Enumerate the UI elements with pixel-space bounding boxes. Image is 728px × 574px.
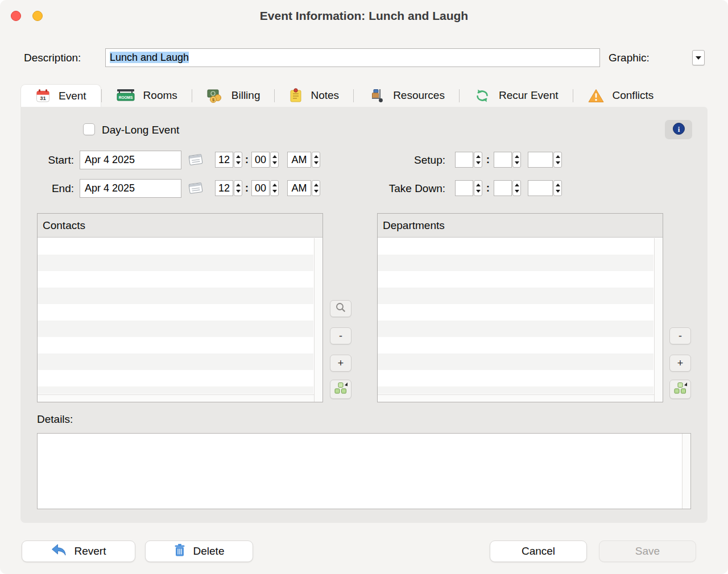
recur-icon (474, 88, 491, 103)
tab-label: Resources (393, 89, 445, 102)
stepper-down-arrow[interactable] (314, 190, 318, 193)
calendar-icon: 31 (35, 88, 51, 103)
take-down-period-stepper[interactable] (553, 180, 562, 196)
take-down-hour-stepper[interactable] (474, 180, 482, 196)
setup-hour-stepper[interactable] (474, 152, 482, 168)
stepper-down-arrow[interactable] (476, 190, 481, 193)
stepper-up-arrow[interactable] (515, 155, 519, 158)
event-information-window: Event Information: Lunch and Laugh Descr… (0, 0, 728, 574)
day-long-event-checkbox[interactable] (83, 123, 95, 135)
info-button[interactable]: i (665, 120, 692, 139)
stepper-up-arrow[interactable] (476, 155, 481, 158)
departments-horizontal-scrollbar[interactable] (378, 394, 654, 402)
contacts-rows[interactable] (38, 238, 313, 394)
departments-vertical-scrollbar[interactable] (654, 238, 663, 402)
contacts-remove-button[interactable]: - (330, 327, 351, 344)
stepper-up-arrow[interactable] (272, 155, 277, 158)
revert-button-label: Revert (75, 545, 106, 558)
contacts-group-button[interactable] (330, 380, 351, 399)
graphic-dropdown[interactable] (692, 50, 705, 65)
start-hour-stepper[interactable] (234, 152, 242, 168)
start-minute-input[interactable]: 00 (251, 152, 270, 168)
tab-bar: 31 Event ROOMS Rooms $ Billing Notes (20, 84, 708, 107)
tab-resources[interactable]: Resources (354, 84, 459, 107)
revert-button[interactable]: Revert (22, 540, 135, 562)
stepper-down-arrow[interactable] (236, 161, 241, 164)
delete-button-label: Delete (193, 545, 225, 558)
stepper-up-arrow[interactable] (476, 184, 481, 186)
end-period-stepper[interactable] (312, 180, 320, 196)
tab-rooms[interactable]: ROOMS Rooms (102, 84, 192, 107)
start-period-input[interactable]: AM (287, 152, 311, 168)
description-selected-text: Lunch and Laugh (110, 52, 189, 63)
end-minute-input[interactable]: 00 (251, 180, 270, 196)
tab-notes[interactable]: Notes (275, 84, 353, 107)
stepper-down-arrow[interactable] (272, 190, 277, 193)
end-minute-stepper[interactable] (270, 180, 279, 196)
stepper-up-arrow[interactable] (556, 184, 560, 186)
setup-minute-input[interactable] (494, 152, 512, 168)
stepper-down-arrow[interactable] (515, 161, 519, 164)
start-hour-input[interactable]: 12 (215, 152, 233, 168)
cancel-button[interactable]: Cancel (490, 540, 587, 562)
start-date-picker-icon[interactable] (187, 152, 205, 167)
tab-event[interactable]: 31 Event (20, 84, 101, 107)
stepper-up-arrow[interactable] (515, 184, 519, 186)
setup-period-input[interactable] (528, 152, 553, 168)
contacts-horizontal-scrollbar[interactable] (38, 394, 314, 402)
end-date-input[interactable]: Apr 4 2025 (80, 179, 181, 198)
tab-billing[interactable]: $ Billing (192, 84, 275, 107)
tab-recur-event[interactable]: Recur Event (460, 84, 573, 107)
save-button[interactable]: Save (599, 540, 696, 562)
stepper-down-arrow[interactable] (556, 161, 560, 164)
stepper-down-arrow[interactable] (236, 190, 241, 193)
take-down-period-input[interactable] (528, 180, 553, 196)
setup-period-stepper[interactable] (553, 152, 562, 168)
contacts-add-button[interactable]: + (330, 355, 351, 372)
tab-label: Conflicts (613, 89, 654, 102)
start-period-stepper[interactable] (312, 152, 320, 168)
info-icon: i (672, 122, 685, 138)
start-minute-stepper[interactable] (270, 152, 279, 168)
departments-rows[interactable] (378, 238, 653, 394)
tab-label: Recur Event (499, 89, 559, 102)
stepper-down-arrow[interactable] (272, 161, 277, 164)
time-separator: : (485, 152, 491, 168)
tab-conflicts[interactable]: Conflicts (573, 84, 668, 107)
departments-list[interactable]: Departments (377, 213, 663, 402)
stepper-up-arrow[interactable] (314, 155, 318, 158)
cart-icon (368, 88, 385, 103)
stepper-up-arrow[interactable] (556, 155, 560, 158)
end-hour-input[interactable]: 12 (215, 180, 233, 196)
delete-button[interactable]: Delete (145, 540, 253, 562)
take-down-hour-input[interactable] (455, 180, 473, 196)
end-hour-stepper[interactable] (234, 180, 242, 196)
stepper-up-arrow[interactable] (272, 184, 277, 186)
contacts-search-button[interactable] (330, 300, 351, 317)
stepper-up-arrow[interactable] (314, 184, 318, 186)
departments-add-button[interactable]: + (669, 355, 691, 372)
departments-group-button[interactable] (669, 380, 691, 399)
contacts-vertical-scrollbar[interactable] (314, 238, 322, 402)
stepper-down-arrow[interactable] (515, 190, 519, 193)
description-input[interactable]: Lunch and Laugh (105, 48, 600, 67)
departments-remove-button[interactable]: - (669, 327, 691, 344)
setup-minute-stepper[interactable] (512, 152, 521, 168)
stepper-up-arrow[interactable] (236, 184, 241, 186)
stepper-down-arrow[interactable] (476, 161, 481, 164)
start-date-input[interactable]: Apr 4 2025 (80, 151, 181, 169)
details-vertical-scrollbar[interactable] (682, 434, 690, 509)
end-period-input[interactable]: AM (287, 180, 311, 196)
note-icon (289, 88, 303, 103)
stepper-up-arrow[interactable] (236, 155, 241, 158)
end-date-picker-icon[interactable] (187, 181, 205, 196)
contacts-list[interactable]: Contacts (37, 213, 323, 402)
stepper-down-arrow[interactable] (556, 190, 560, 193)
svg-text:i: i (677, 124, 680, 133)
money-icon: $ (206, 88, 224, 103)
take-down-minute-input[interactable] (494, 180, 512, 196)
stepper-down-arrow[interactable] (314, 161, 318, 164)
setup-hour-input[interactable] (455, 152, 473, 168)
details-textarea[interactable] (37, 433, 691, 509)
take-down-minute-stepper[interactable] (512, 180, 521, 196)
